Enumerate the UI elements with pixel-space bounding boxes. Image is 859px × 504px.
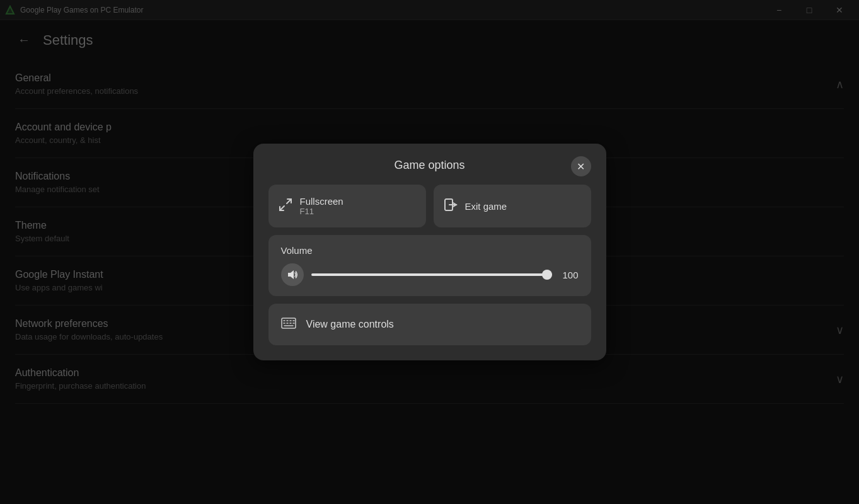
modal-close-button[interactable]: ✕ <box>571 156 591 176</box>
fullscreen-icon <box>279 198 292 215</box>
svg-marker-6 <box>288 270 294 279</box>
fullscreen-content: Fullscreen F11 <box>300 196 343 216</box>
volume-icon-button[interactable] <box>281 263 304 286</box>
exit-game-icon <box>444 198 458 215</box>
game-controls-label: View game controls <box>306 319 394 330</box>
fullscreen-button[interactable]: Fullscreen F11 <box>268 185 426 227</box>
keyboard-icon <box>281 316 296 333</box>
svg-line-3 <box>280 206 284 210</box>
exit-game-button[interactable]: Exit game <box>434 185 591 227</box>
volume-value: 100 <box>560 270 579 280</box>
modal-actions: Fullscreen F11 Exit game <box>268 185 591 227</box>
volume-icon <box>287 269 298 280</box>
svg-line-2 <box>287 199 291 203</box>
exit-game-content: Exit game <box>465 201 507 212</box>
volume-slider[interactable] <box>311 273 552 276</box>
view-game-controls-button[interactable]: View game controls <box>268 304 591 345</box>
volume-title: Volume <box>281 245 579 256</box>
main-content: ← Settings General Account preferences, … <box>0 20 859 504</box>
fullscreen-sublabel: F11 <box>300 207 343 216</box>
exit-game-label: Exit game <box>465 201 507 212</box>
modal-title: Game options <box>394 159 464 172</box>
modal-header: Game options ✕ <box>268 159 591 172</box>
game-options-modal: Game options ✕ Fullscreen F11 <box>253 144 606 360</box>
volume-controls: 100 <box>281 263 579 286</box>
fullscreen-label: Fullscreen <box>300 196 343 207</box>
volume-section: Volume 100 <box>268 235 591 296</box>
